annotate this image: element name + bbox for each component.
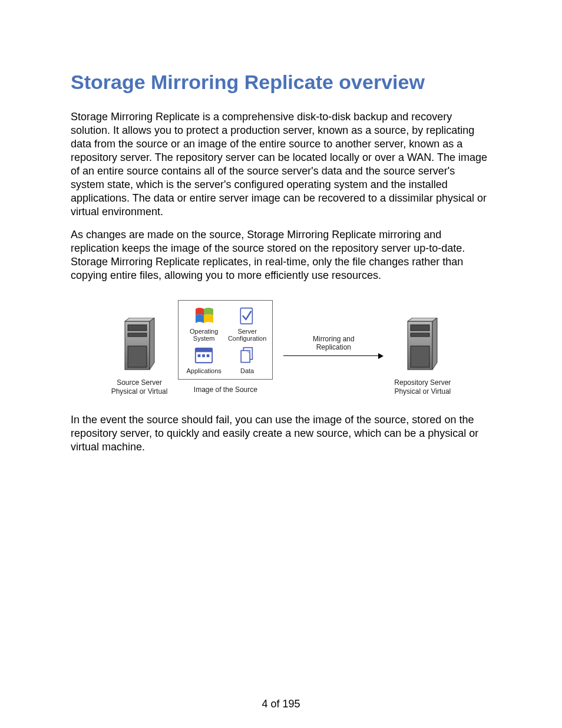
svg-rect-20 [411, 346, 429, 367]
os-item: Operating System [184, 305, 223, 342]
documents-stack-icon [237, 345, 258, 366]
svg-rect-3 [128, 325, 147, 331]
apps-label: Applications [187, 367, 222, 374]
svg-marker-2 [125, 318, 154, 321]
arrow-label-line2: Replication [316, 343, 351, 351]
svg-rect-5 [128, 346, 147, 367]
svg-rect-4 [128, 333, 147, 337]
repo-server-block: Repository Server Physical or Virtual [394, 300, 451, 396]
calendar-grid-icon [193, 345, 214, 366]
source-server-label-line2: Physical or Virtual [111, 387, 168, 396]
svg-rect-8 [196, 348, 212, 352]
source-server-label-line1: Source Server [117, 378, 162, 387]
apps-item: Applications [184, 345, 223, 374]
document-page: Storage Mirroring Replicate overview Sto… [0, 0, 562, 728]
config-label-line1: Server [237, 328, 256, 335]
source-image-box: Operating System Server Configuration [178, 300, 273, 379]
config-label-line2: Configuration [228, 335, 266, 342]
paragraph-3: In the event the source should fail, you… [71, 413, 491, 454]
server-tower-icon [122, 318, 157, 374]
page-number: 4 of 195 [0, 698, 562, 710]
svg-marker-1 [150, 318, 154, 370]
data-item: Data [228, 345, 266, 374]
os-label-line1: Operating [190, 328, 218, 335]
svg-rect-9 [198, 354, 201, 357]
svg-rect-11 [207, 354, 210, 357]
svg-rect-18 [411, 325, 429, 331]
svg-marker-16 [432, 318, 437, 370]
data-label: Data [240, 367, 254, 374]
server-tower-icon [405, 318, 440, 374]
arrow-label-line1: Mirroring and [313, 335, 355, 343]
source-server-label: Source Server Physical or Virtual [111, 378, 168, 396]
arrow-label: Mirroring and Replication [313, 335, 355, 352]
source-image-block: Operating System Server Configuration [178, 300, 273, 393]
source-image-caption: Image of the Source [194, 386, 257, 394]
source-server-block: Source Server Physical or Virtual [111, 300, 168, 396]
svg-rect-10 [202, 354, 205, 357]
page-title: Storage Mirroring Replicate overview [71, 71, 491, 94]
svg-marker-17 [408, 318, 437, 321]
os-label-line2: System [193, 335, 215, 342]
windows-logo-icon [193, 305, 214, 327]
architecture-diagram: Source Server Physical or Virtual O [71, 300, 491, 396]
repo-server-label-line1: Repository Server [394, 378, 451, 387]
repo-server-label-line2: Physical or Virtual [394, 387, 451, 396]
checkmark-box-icon [237, 305, 258, 327]
config-item: Server Configuration [228, 305, 266, 342]
arrow-right-icon [283, 353, 384, 359]
svg-rect-19 [411, 333, 429, 337]
paragraph-2: As changes are made on the source, Stora… [71, 228, 491, 282]
arrow-block: Mirroring and Replication [283, 300, 384, 359]
repo-server-label: Repository Server Physical or Virtual [394, 378, 451, 396]
paragraph-1: Storage Mirroring Replicate is a compreh… [71, 110, 491, 219]
